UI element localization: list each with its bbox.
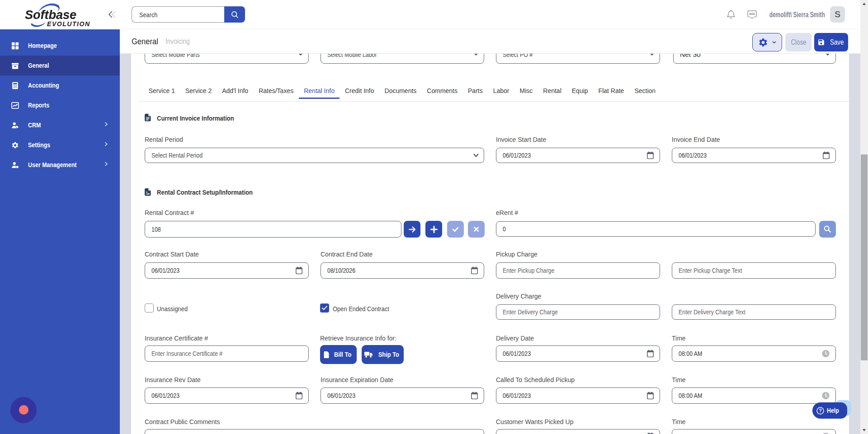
svg-text:Softbase: Softbase — [25, 8, 76, 22]
svg-text:?: ? — [819, 408, 821, 413]
svg-text:EVOLUTION: EVOLUTION — [47, 20, 90, 28]
